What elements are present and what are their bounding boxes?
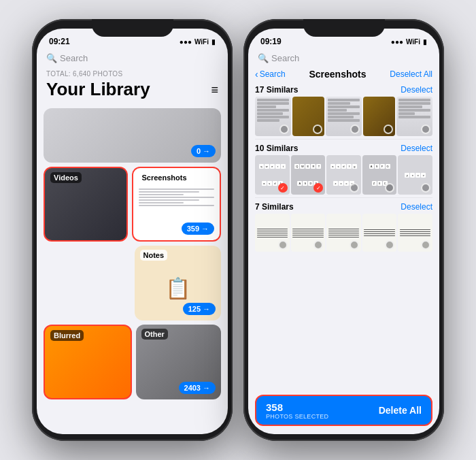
back-chevron-icon: ‹ [255, 69, 258, 80]
library-header: TOTAL: 6,640 PHOTOS Your Library ≡ [37, 67, 228, 105]
photo-keyboard-3[interactable]: a s d f g z x c v [326, 155, 361, 195]
left-screen: 09:21 ●●● WiFi ▮ 🔍 Search TOTAL: 6,640 P… [37, 29, 228, 434]
right-wifi-icon: WiFi [406, 38, 420, 46]
photo-music-4[interactable] [362, 214, 397, 252]
selection-circle-m1 [278, 240, 288, 250]
selection-circle-5 [421, 125, 430, 134]
search-bar[interactable]: 🔍 Search [37, 50, 228, 67]
photo-thumb-2[interactable] [292, 97, 324, 136]
right-phone: 09:19 ●●● WiFi ▮ 🔍 Search ‹ Search Scree… [243, 19, 444, 441]
photos-strip-2: q w e r t a s d f ✓ [248, 155, 439, 195]
photos-selected-label: PHOTOS SELECTED [266, 413, 328, 420]
similars-section-2: 10 Similars Deselect q w e r t a [248, 141, 439, 195]
divider-1 [255, 139, 432, 139]
total-photos-label: TOTAL: 6,640 PHOTOS [46, 70, 150, 78]
battery-icon: ▮ [211, 38, 216, 46]
similars-header-1: 17 Similars Deselect [248, 82, 439, 97]
photos-selected-info: 358 PHOTOS SELECTED [266, 401, 328, 420]
photo-thumb-1[interactable] [255, 97, 291, 136]
nav-title: Screenshots [288, 69, 388, 80]
selection-circle-k4 [385, 183, 394, 193]
photo-keyboard-4[interactable]: A S F G Z X C [362, 155, 397, 195]
wifi-icon: WiFi [194, 38, 209, 46]
album-other-label: Other [141, 329, 168, 340]
delete-bar: 358 PHOTOS SELECTED Delete All [255, 395, 432, 426]
selection-circle-m3 [350, 240, 359, 250]
album-blurred-label: Blurred [50, 330, 84, 341]
search-icon: 🔍 [46, 53, 57, 63]
similars-count-1: 17 Similars [255, 85, 298, 95]
deselect-button-3[interactable]: Deselect [401, 202, 432, 212]
delete-all-button[interactable]: Delete All [379, 405, 422, 416]
photo-thumb-3[interactable] [326, 97, 362, 136]
deselect-button-1[interactable]: Deselect [401, 85, 432, 95]
selection-circle-k3 [350, 183, 359, 193]
album-top[interactable]: 0 → [44, 108, 221, 163]
album-notes[interactable]: Notes 📋 125 → [135, 246, 222, 321]
photos-strip-1 [248, 97, 439, 136]
deselect-button-2[interactable]: Deselect [401, 144, 432, 153]
selection-circle-m2 [313, 240, 323, 250]
similars-section-3: 7 Similars Deselect [248, 199, 439, 252]
selection-circle-4 [384, 125, 393, 134]
similars-count-3: 7 Similars [255, 202, 294, 212]
other-count-badge: 2403 → [179, 382, 216, 394]
photo-music-1[interactable] [255, 214, 290, 252]
album-screenshots-label: Screenshots [139, 172, 190, 183]
similars-count-2: 10 Similars [255, 144, 298, 153]
right-status-icons: ●●● WiFi ▮ [391, 38, 427, 46]
selection-circle-1 [279, 125, 289, 134]
album-videos[interactable]: Videos [44, 167, 128, 242]
album-screenshots[interactable]: Screenshots 359 → [132, 167, 222, 242]
notes-count-badge: 125 → [183, 303, 216, 315]
deselect-all-button[interactable]: Deselect All [390, 69, 432, 79]
screenshots-count-badge: 359 → [182, 223, 214, 235]
signal-icon: ●●● [180, 38, 192, 46]
spacer [44, 246, 131, 321]
divider-2 [255, 197, 432, 198]
photo-thumb-5[interactable] [396, 97, 432, 136]
selection-circle-3 [350, 125, 360, 134]
photo-keyboard-2[interactable]: Q W E R T A S D F ✓ [291, 155, 326, 195]
similars-header-3: 7 Similars Deselect [248, 199, 439, 214]
album-videos-label: Videos [50, 172, 82, 183]
albums-row-2: Notes 📋 125 → [44, 246, 221, 321]
right-screen: 09:19 ●●● WiFi ▮ 🔍 Search ‹ Search Scree… [248, 29, 439, 434]
photo-thumb-4[interactable] [363, 97, 395, 136]
photo-keyboard-1[interactable]: q w e r t a s d f ✓ [255, 155, 290, 195]
similars-section-1: 17 Similars Deselect [248, 82, 439, 136]
left-phone: 09:21 ●●● WiFi ▮ 🔍 Search TOTAL: 6,640 P… [32, 19, 233, 441]
photo-music-3[interactable] [326, 214, 361, 252]
right-signal-icon: ●●● [391, 38, 403, 46]
photo-music-5[interactable] [398, 214, 432, 252]
left-status-time: 09:21 [49, 37, 70, 46]
right-notch [303, 19, 385, 37]
album-notes-label: Notes [140, 250, 168, 261]
right-search-label: Search [271, 53, 299, 63]
search-label: Search [60, 53, 88, 63]
right-status-time: 09:19 [260, 37, 282, 46]
menu-icon[interactable]: ≡ [211, 83, 218, 97]
library-title: Your Library [46, 79, 150, 100]
right-nav: ‹ Search Screenshots Deselect All [248, 67, 439, 82]
selection-circle-k5 [421, 183, 430, 193]
album-blurred[interactable]: Blurred [44, 325, 132, 399]
check-overlay-2: ✓ [313, 183, 323, 193]
selection-circle-2 [313, 125, 322, 134]
left-status-icons: ●●● WiFi ▮ [180, 38, 216, 46]
screenshot-thumb-lines [136, 187, 218, 209]
albums-grid: 0 → Videos Screenshots [37, 105, 228, 402]
right-search-icon: 🔍 [258, 53, 269, 63]
selection-circle-m4 [385, 240, 394, 250]
photo-keyboard-5[interactable]: y x c v [398, 155, 432, 195]
back-button[interactable]: ‹ Search [255, 69, 286, 80]
top-count-badge: 0 → [191, 145, 216, 157]
selection-circle-m5 [421, 240, 430, 250]
right-search-bar[interactable]: 🔍 Search [248, 50, 439, 67]
photo-music-2[interactable] [291, 214, 326, 252]
right-battery-icon: ▮ [423, 38, 427, 46]
phones-container: 09:21 ●●● WiFi ▮ 🔍 Search TOTAL: 6,640 P… [18, 5, 458, 455]
check-overlay-1: ✓ [278, 183, 288, 193]
album-other[interactable]: Other 2403 → [136, 325, 222, 399]
albums-row-3: Blurred Other 2403 → [44, 325, 221, 399]
